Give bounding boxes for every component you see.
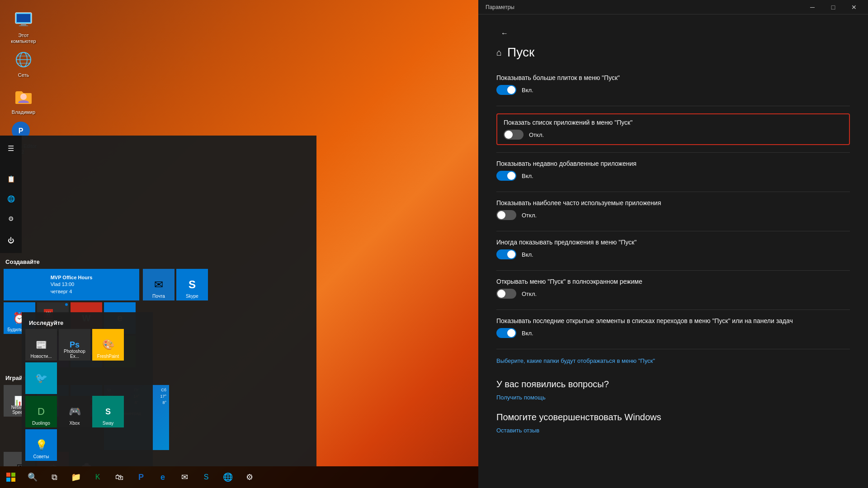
- separator-1: [496, 106, 850, 106]
- svg-rect-12: [6, 473, 10, 477]
- toggle-show-app-list[interactable]: [504, 130, 524, 140]
- tile-freshpaint[interactable]: 🎨 FreshPaint: [92, 329, 124, 361]
- desktop-icon-mycomputer[interactable]: Этот компьютер: [5, 9, 42, 44]
- feedback-link[interactable]: Оставить отзыв: [496, 427, 539, 434]
- network-label: Сеть: [18, 72, 29, 78]
- mycomputer-label: Этот компьютер: [5, 33, 42, 44]
- toggle-container-4: Откл.: [496, 210, 537, 220]
- toggle-container-5: Вкл.: [496, 249, 533, 259]
- close-button[interactable]: ✕: [844, 0, 864, 14]
- setting-title-3: Показывать недавно добавленные приложени…: [496, 160, 850, 167]
- toggle-label-1: Вкл.: [522, 87, 533, 94]
- tile-photoshop[interactable]: Ps Photoshop Ex...: [59, 329, 90, 361]
- settings-title: Параметры: [486, 4, 514, 10]
- setting-row-2: Откл.: [504, 130, 843, 140]
- tile-twitter[interactable]: 🐦: [25, 362, 57, 394]
- tile-xbox[interactable]: 🎮 Xbox: [59, 396, 90, 427]
- setting-title-5: Иногда показывать предложения в меню "Пу…: [496, 239, 850, 246]
- tile-sway[interactable]: S Sway: [92, 396, 124, 427]
- settings-page-title: ⌂ Пуск: [496, 45, 850, 60]
- rail-explore[interactable]: 🌐: [2, 190, 20, 208]
- toggle-show-recent-apps[interactable]: [496, 171, 516, 181]
- questions-title: У вас появились вопросы?: [496, 379, 850, 389]
- separator-3: [496, 192, 850, 192]
- setting-show-more-tiles: Показывать больше плиток в меню "Пуск" В…: [496, 74, 850, 95]
- section-explore-label: Исследуйте: [22, 316, 153, 329]
- separator-4: [496, 231, 850, 231]
- mycomputer-icon: [13, 9, 34, 31]
- network-taskbar[interactable]: 🌐: [217, 466, 239, 488]
- toggle-show-more-tiles[interactable]: [496, 85, 516, 95]
- toggle-show-suggestions[interactable]: [496, 249, 516, 259]
- setting-show-app-list-highlighted: Показать список приложений в меню "Пуск"…: [496, 113, 850, 145]
- edge-taskbar[interactable]: e: [152, 466, 174, 488]
- tile-mail[interactable]: ✉ Почта: [143, 269, 175, 300]
- tile-news[interactable]: 📰 Новости...: [25, 329, 57, 361]
- file-explorer-icon: 📁: [71, 472, 81, 482]
- mail-taskbar[interactable]: ✉: [174, 466, 195, 488]
- back-button[interactable]: ←: [496, 25, 513, 42]
- setting-title-2: Показать список приложений в меню "Пуск": [504, 119, 843, 126]
- store-icon: 🛍: [115, 473, 123, 482]
- tile-skype[interactable]: S Skype: [176, 269, 208, 300]
- setting-show-suggestions: Иногда показывать предложения в меню "Пу…: [496, 239, 850, 259]
- settings-taskbar[interactable]: ⚙: [239, 466, 260, 488]
- toggle-container-7: Вкл.: [496, 328, 533, 338]
- setting-show-recent-items: Показывать последние открытые элементы в…: [496, 317, 850, 338]
- explore-tiles-row2: D Duolingo 🎮 Xbox S Sway 💡 Советы: [22, 394, 153, 463]
- toggle-fullscreen-mode[interactable]: [496, 289, 516, 299]
- setting-row-6: Откл.: [496, 289, 850, 299]
- tiles-row-1: MVP Office Hours Vlad 13:00 четверг 4 ✉ …: [4, 269, 313, 300]
- search-button[interactable]: 🔍: [22, 466, 43, 488]
- improve-title: Помогите усовершенствовать Windows: [496, 412, 850, 422]
- settings-panel: Параметры ─ □ ✕ ← ⌂ Пуск Показывать боль…: [478, 0, 868, 488]
- kaspersky-icon: K: [95, 473, 100, 481]
- svg-rect-15: [11, 478, 15, 482]
- ptouch-taskbar[interactable]: P: [130, 466, 152, 488]
- setting-row-5: Вкл.: [496, 249, 850, 259]
- toggle-label-4: Откл.: [522, 212, 537, 219]
- rail-settings[interactable]: ⚙: [2, 210, 20, 228]
- toggle-container-2: Откл.: [504, 130, 544, 140]
- choose-folders-link[interactable]: Выберите, какие папки будут отображаться…: [496, 357, 655, 364]
- separator-6: [496, 310, 850, 310]
- settings-title-group: Параметры: [482, 4, 514, 10]
- page-title: Пуск: [507, 45, 534, 60]
- explore-tiles: 📰 Новости... Ps Photoshop Ex... 🎨 FreshP…: [22, 329, 153, 394]
- rail-hamburger[interactable]: ☰: [2, 139, 20, 157]
- file-explorer-taskbar[interactable]: 📁: [65, 466, 87, 488]
- network-task-icon: 🌐: [223, 472, 233, 482]
- toggle-show-frequent-apps[interactable]: [496, 210, 516, 220]
- tile-tips[interactable]: 💡 Советы: [25, 429, 57, 461]
- choose-folders-section: Выберите, какие папки будут отображаться…: [496, 357, 850, 365]
- toggle-label-7: Вкл.: [522, 330, 533, 337]
- svg-point-9: [20, 94, 27, 100]
- skype-taskbar[interactable]: S: [195, 466, 217, 488]
- settings-titlebar: Параметры ─ □ ✕: [478, 0, 868, 14]
- toggle-label-2: Откл.: [529, 131, 544, 138]
- toggle-show-recent-items[interactable]: [496, 328, 516, 338]
- svg-rect-13: [11, 473, 15, 477]
- desktop-icon-user[interactable]: Владимир: [5, 86, 42, 115]
- start-button[interactable]: [0, 466, 22, 488]
- store-taskbar[interactable]: 🛍: [108, 466, 130, 488]
- section-create-label: Создавайте: [4, 257, 313, 269]
- task-view-button[interactable]: ⧉: [43, 466, 65, 488]
- rail-recent-docs[interactable]: 📋: [2, 170, 20, 188]
- kaspersky-taskbar[interactable]: K: [87, 466, 108, 488]
- search-icon: 🔍: [28, 472, 38, 482]
- setting-show-recent-apps: Показывать недавно добавленные приложени…: [496, 160, 850, 181]
- tile-mvp-office[interactable]: MVP Office Hours Vlad 13:00 четверг 4: [4, 269, 139, 300]
- setting-title-7: Показывать последние открытые элементы в…: [496, 317, 850, 324]
- svg-rect-2: [21, 23, 26, 25]
- minimize-button[interactable]: ─: [802, 0, 823, 14]
- tile-duolingo[interactable]: D Duolingo: [25, 396, 57, 427]
- setting-fullscreen-mode: Открывать меню "Пуск" в полноэкранном ре…: [496, 278, 850, 299]
- get-help-link[interactable]: Получить помощь: [496, 394, 546, 401]
- maximize-button[interactable]: □: [823, 0, 844, 14]
- rail-power[interactable]: ⏻: [2, 231, 20, 249]
- desktop-icon-network[interactable]: Сеть: [5, 49, 42, 78]
- improve-section: Помогите усовершенствовать Windows Остав…: [496, 412, 850, 434]
- explore-section: Исследуйте 📰 Новости... Ps Photoshop Ex.…: [22, 312, 153, 466]
- setting-row-3: Вкл.: [496, 171, 850, 181]
